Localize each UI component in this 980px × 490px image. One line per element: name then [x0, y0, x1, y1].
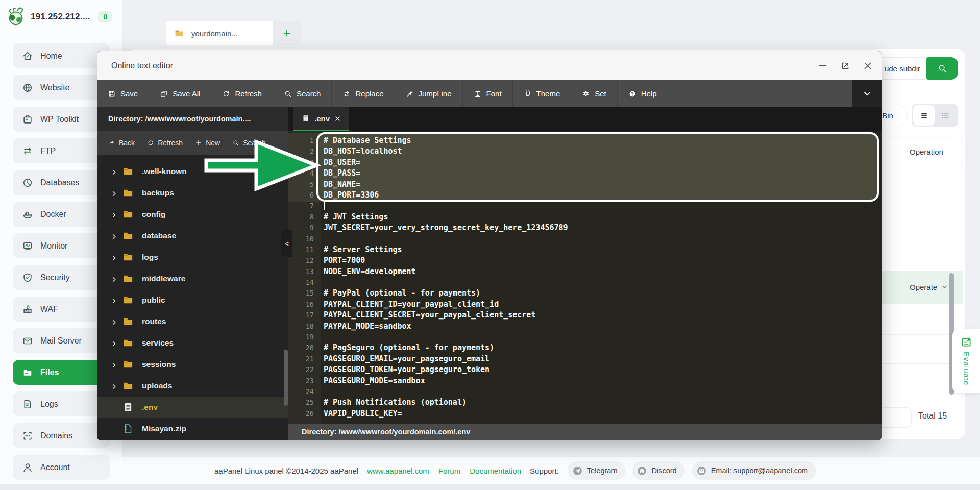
chevron-right-icon[interactable] — [111, 297, 117, 304]
footer-link-documentation[interactable]: Documentation — [470, 467, 521, 475]
sidebar-item-docker[interactable]: Docker — [13, 202, 110, 227]
code-line[interactable]: # JWT Settings — [324, 212, 882, 223]
editor-code-lines[interactable]: # Database SettingsDB_HOST=localhostDB_U… — [324, 135, 882, 419]
close-tab-icon[interactable] — [334, 115, 341, 122]
code-line[interactable]: # PagSeguro (optional - for payments) — [324, 342, 882, 353]
code-line[interactable]: PAYPAL_CLIENT_SECRET=your_paypal_client_… — [324, 310, 882, 321]
contact-pill-discord[interactable]: Discord — [632, 461, 684, 480]
code-line[interactable]: # PayPal (optional - for payments) — [324, 288, 882, 299]
code-line[interactable]: # Push Notifications (optional) — [324, 397, 882, 408]
tree-item-config[interactable]: config — [97, 204, 288, 225]
toolbar-button-save[interactable]: Save — [97, 80, 149, 107]
chevron-right-icon[interactable] — [111, 254, 117, 261]
contact-pill-email-support-aapanel-com[interactable]: Email: support@aapanel.com — [692, 461, 816, 480]
code-line[interactable]: PORT=7000 — [324, 255, 882, 266]
tree-item-public[interactable]: public — [97, 289, 288, 311]
chevron-right-icon[interactable] — [111, 233, 117, 239]
code-line[interactable]: NODE_ENV=development — [324, 266, 882, 277]
search-button[interactable] — [926, 57, 958, 80]
code-line[interactable]: DB_PASS= — [324, 168, 882, 179]
toolbar-button-help[interactable]: Help — [618, 80, 668, 107]
tree-item-services[interactable]: services — [97, 332, 288, 354]
toolbar-button-search[interactable]: Search — [273, 80, 332, 107]
code-line[interactable]: JWT_SECRET=your_very_strong_secret_key_h… — [324, 223, 882, 233]
modal-header[interactable]: Online text editor — [97, 51, 882, 80]
code-line[interactable]: DB_NAME= — [324, 179, 882, 190]
chevron-right-icon[interactable] — [111, 190, 117, 197]
toolbar-button-refresh[interactable]: Refresh — [211, 80, 273, 107]
sidebar-item-account[interactable]: Account — [13, 455, 110, 480]
chevron-right-icon[interactable] — [111, 361, 117, 368]
toolbar-button-save-all[interactable]: Save All — [149, 80, 211, 107]
toolbar-button-set[interactable]: Set — [571, 80, 618, 107]
page-bottom-strip — [0, 484, 980, 490]
tree-scrollbar[interactable] — [284, 350, 288, 406]
sidebar-item-home[interactable]: Home — [13, 43, 110, 68]
add-tab-button[interactable] — [273, 21, 301, 45]
toolbar-button-replace[interactable]: Replace — [332, 80, 395, 107]
sidebar-item-databases[interactable]: Databases — [13, 170, 110, 195]
minimize-icon[interactable] — [818, 61, 828, 71]
sidebar-item-security[interactable]: Security — [13, 265, 110, 290]
open-file-tab-env[interactable]: .env — [293, 107, 349, 131]
code-line[interactable]: DB_USER= — [324, 157, 882, 168]
chevron-right-icon[interactable] — [111, 318, 117, 325]
toolbar-button-label: Search — [297, 89, 321, 98]
code-line[interactable] — [324, 277, 882, 288]
tree-item-sessions[interactable]: sessions — [97, 354, 288, 375]
sidebar-item-monitor[interactable]: Monitor — [13, 233, 110, 258]
contact-pill-telegram[interactable]: Telegram — [568, 461, 626, 480]
sidebar-item-ftp[interactable]: FTP — [13, 138, 110, 163]
close-icon[interactable] — [863, 61, 873, 71]
code-line[interactable]: VAPID_PUBLIC_KEY= — [324, 408, 882, 419]
footer-link-www-aapanel-com[interactable]: www.aapanel.com — [367, 467, 429, 475]
tree-item-misayan-zip[interactable]: Misayan.zip — [97, 418, 288, 439]
collapse-tree-handle[interactable]: < — [281, 230, 292, 257]
code-line[interactable] — [324, 386, 882, 397]
toolbar-more-button[interactable] — [852, 80, 882, 107]
tree-item-database[interactable]: database — [97, 225, 288, 247]
code-line[interactable]: PAYPAL_MODE=sandbox — [324, 321, 882, 332]
chevron-right-icon[interactable] — [111, 211, 117, 218]
grid-view-button[interactable] — [913, 105, 935, 126]
sidebar-item-wp-toolkit[interactable]: WP Toolkit — [13, 107, 110, 132]
code-line[interactable]: PAGSEGURO_EMAIL=your_pagseguro_email — [324, 354, 882, 364]
code-line[interactable] — [324, 201, 882, 211]
footer-link-forum[interactable]: Forum — [438, 467, 460, 475]
notification-badge[interactable]: 0 — [98, 11, 112, 22]
chevron-right-icon[interactable] — [111, 340, 117, 347]
tree-item-middleware[interactable]: middleware — [97, 268, 288, 289]
code-line[interactable]: PAGSEGURO_TOKEN=your_pagseguro_token — [324, 364, 882, 375]
toolbar-button-font[interactable]: Font — [463, 80, 513, 107]
list-view-button[interactable] — [935, 105, 955, 126]
path-tab-yourdomain[interactable]: yourdomain... — [166, 21, 273, 45]
code-editor[interactable]: 1234567891011121314151617181920212223242… — [288, 131, 882, 424]
code-line[interactable]: PAYPAL_CLIENT_ID=your_paypal_client_id — [324, 299, 882, 310]
chevron-right-icon[interactable] — [111, 276, 117, 282]
code-line[interactable] — [324, 234, 882, 244]
code-line[interactable]: # Database Settings — [324, 135, 882, 146]
toolbar-button-jumpline[interactable]: JumpLine — [395, 80, 463, 107]
toolbar-button-theme[interactable]: Theme — [513, 80, 572, 107]
code-line[interactable] — [324, 332, 882, 342]
tree-item-env[interactable]: .env — [97, 397, 288, 418]
sidebar-item-website[interactable]: Website — [13, 75, 110, 100]
tree-toolbar-back[interactable]: Back — [108, 139, 135, 147]
chevron-right-icon[interactable] — [111, 383, 117, 389]
sidebar-item-waf[interactable]: WAF — [13, 297, 110, 322]
code-line[interactable]: # Server Settings — [324, 244, 882, 255]
chevron-right-icon[interactable] — [111, 168, 117, 175]
sidebar-item-files[interactable]: Files — [13, 360, 110, 385]
evaluate-tab[interactable]: Evaluate — [952, 329, 980, 393]
tree-item-uploads[interactable]: uploads — [97, 375, 288, 397]
tree-item-logs[interactable]: logs — [97, 247, 288, 268]
tree-item-routes[interactable]: routes — [97, 311, 288, 332]
code-line[interactable]: DB_PORT=3306 — [324, 190, 882, 201]
code-line[interactable]: DB_HOST=localhost — [324, 146, 882, 157]
fullscreen-icon[interactable] — [840, 61, 850, 71]
sidebar-item-domains[interactable]: Domains — [13, 423, 110, 448]
sidebar-item-mail-server[interactable]: Mail Server — [13, 328, 110, 353]
sidebar-item-logs[interactable]: Logs — [13, 391, 110, 416]
code-line[interactable]: PAGSEGURO_MODE=sandbox — [324, 376, 882, 386]
tree-toolbar-refresh[interactable]: Refresh — [147, 139, 183, 147]
